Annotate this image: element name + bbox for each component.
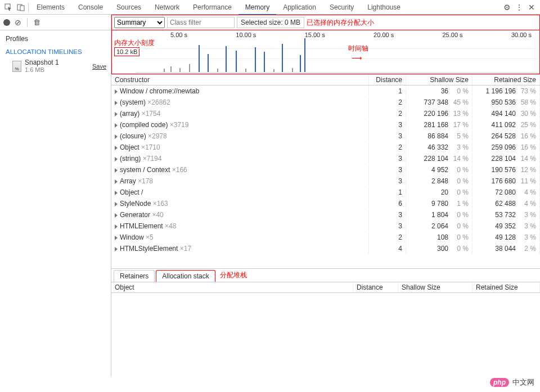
snapshot-icon: % [12, 61, 21, 72]
time-tick: 5.00 s [170, 31, 187, 38]
settings-icon[interactable]: ⚙ [501, 1, 513, 13]
close-devtools-icon[interactable]: ✕ [525, 1, 538, 13]
expand-icon[interactable] [115, 236, 118, 240]
table-row[interactable]: (system) ×268622737 34845 %950 53658 % [111, 97, 540, 108]
alloc-bar [179, 68, 181, 72]
clear-icon[interactable]: ⊘ [15, 18, 21, 27]
table-row[interactable]: StyleNode ×16369 7801 %62 4884 % [111, 198, 540, 209]
alloc-bar [226, 46, 227, 72]
table-row[interactable]: Window ×521080 %49 1283 % [111, 232, 540, 243]
table-row[interactable]: Object ×1710246 3323 %259 09616 % [111, 142, 540, 153]
expand-icon[interactable] [115, 224, 118, 229]
table-row[interactable]: (compiled code) ×37193281 16817 %411 092… [111, 119, 540, 130]
alloc-bar [199, 45, 200, 72]
allocation-timelines-heading: ALLOCATION TIMELINES [0, 45, 111, 56]
table-row[interactable]: HTMLStyleElement ×1743000 %38 0442 % [111, 243, 540, 254]
constructors-grid: Constructor Distance Shallow Size Retain… [111, 74, 540, 376]
arrow-icon: ⟶ [352, 54, 362, 62]
expand-icon[interactable] [115, 191, 118, 195]
expand-icon[interactable] [115, 146, 118, 150]
table-row[interactable]: (closure) ×2978386 8845 %264 52816 % [111, 130, 540, 142]
alloc-bar [300, 55, 301, 72]
expand-icon[interactable] [115, 134, 118, 139]
annotation-selected-size: 已选择的内存分配大小 [307, 18, 374, 28]
allocation-timeline[interactable]: 5.00 s10.00 s15.00 s20.00 s25.00 s30.00 … [111, 30, 540, 74]
selected-size-label: Selected size: 0 MB [237, 17, 304, 28]
table-row[interactable]: Window / chrome://newtab1360 %1 196 1967… [111, 85, 540, 97]
annotation-time-axis: 时间轴 [348, 44, 368, 53]
time-tick: 30.00 s [511, 31, 532, 38]
svg-rect-2 [20, 6, 24, 11]
expand-icon[interactable] [115, 157, 118, 161]
tab-console[interactable]: Console [71, 1, 110, 14]
snapshot-size: 1.6 MB [25, 66, 89, 74]
table-row[interactable]: system / Context ×16634 9520 %190 57612 … [111, 164, 540, 175]
alloc-bar [264, 52, 265, 72]
tab-memory[interactable]: Memory [238, 1, 276, 15]
expand-icon[interactable] [115, 213, 118, 218]
tab-elements[interactable]: Elements [30, 1, 71, 14]
filter-bar: Summary Selected size: 0 MB 已选择的内存分配大小 [111, 15, 540, 30]
col-shallow[interactable]: Shallow Size [406, 75, 472, 85]
table-row[interactable]: Object /1200 %72 0804 % [111, 187, 540, 198]
table-row[interactable]: HTMLElement ×4832 0640 %49 3523 % [111, 220, 540, 232]
time-tick: 25.00 s [443, 31, 463, 38]
profiles-heading: Profiles [0, 33, 111, 45]
col-retained[interactable]: Retained Size [472, 75, 540, 85]
expand-icon[interactable] [115, 112, 118, 116]
tab-application[interactable]: Application [276, 1, 323, 14]
rcol-distance[interactable]: Distance [353, 282, 398, 292]
annotation-alloc-stack: 分配堆栈 [220, 271, 247, 280]
snapshot-save-link[interactable]: Save [92, 63, 106, 70]
timeline-bars [136, 38, 537, 73]
expand-icon[interactable] [115, 89, 118, 94]
alloc-bar [292, 68, 293, 72]
view-select[interactable]: Summary [114, 17, 165, 28]
rcol-retained[interactable]: Retained Size [472, 282, 540, 292]
class-filter-input[interactable] [167, 17, 235, 28]
expand-icon[interactable] [115, 123, 118, 128]
alloc-bar [255, 47, 256, 72]
table-row[interactable]: Array ×17832 8480 %176 68011 % [111, 175, 540, 187]
tab-sources[interactable]: Sources [110, 1, 148, 14]
retainer-tabs: Retainers Allocation stack 分配堆栈 [111, 268, 540, 282]
gc-icon[interactable]: 🗑 [33, 18, 40, 26]
tab-security[interactable]: Security [323, 1, 361, 14]
retainer-body [111, 293, 540, 376]
table-row[interactable]: (array) ×17542220 19613 %494 14030 % [111, 108, 540, 119]
devtools-tabbar: ElementsConsoleSourcesNetworkPerformance… [0, 0, 540, 15]
expand-icon[interactable] [115, 247, 118, 251]
expand-icon[interactable] [115, 179, 118, 184]
snapshot-item[interactable]: % Snapshot 1 1.6 MB Save [0, 56, 111, 76]
watermark: php 中文网 [490, 377, 534, 388]
alloc-bar [304, 38, 305, 72]
tab-lighthouse[interactable]: Lighthouse [361, 1, 407, 14]
inspect-icon[interactable] [2, 1, 15, 13]
memory-content: Summary Selected size: 0 MB 已选择的内存分配大小 5… [111, 15, 540, 376]
expand-icon[interactable] [115, 202, 118, 206]
col-constructor[interactable]: Constructor [111, 75, 369, 85]
col-distance[interactable]: Distance [369, 75, 406, 85]
tab-network[interactable]: Network [148, 1, 186, 14]
tab-retainers[interactable]: Retainers [114, 270, 155, 282]
device-toggle-icon[interactable] [15, 1, 27, 13]
rcol-shallow[interactable]: Shallow Size [398, 282, 472, 292]
watermark-text: 中文网 [512, 377, 534, 388]
watermark-logo: php [490, 378, 509, 387]
tab-performance[interactable]: Performance [186, 1, 238, 14]
alloc-bar [245, 69, 246, 72]
rcol-object[interactable]: Object [111, 282, 353, 292]
expand-icon[interactable] [115, 101, 118, 105]
time-tick: 20.00 s [374, 31, 394, 38]
expand-icon[interactable] [115, 168, 118, 173]
tab-allocation-stack[interactable]: Allocation stack [156, 270, 215, 282]
time-axis-labels: 5.00 s10.00 s15.00 s20.00 s25.00 s30.00 … [114, 31, 537, 38]
grid-header: Constructor Distance Shallow Size Retain… [111, 74, 540, 85]
kebab-menu-icon[interactable]: ⋮ [513, 1, 525, 13]
alloc-bar [273, 69, 274, 72]
memory-toolbar: ⊘ 🗑 [0, 15, 111, 30]
record-icon[interactable] [3, 19, 10, 26]
table-row[interactable]: (string) ×71943228 10414 %228 10414 % [111, 153, 540, 164]
grid-body[interactable]: Window / chrome://newtab1360 %1 196 1967… [111, 85, 540, 268]
table-row[interactable]: Generator ×4031 8040 %53 7323 % [111, 209, 540, 220]
